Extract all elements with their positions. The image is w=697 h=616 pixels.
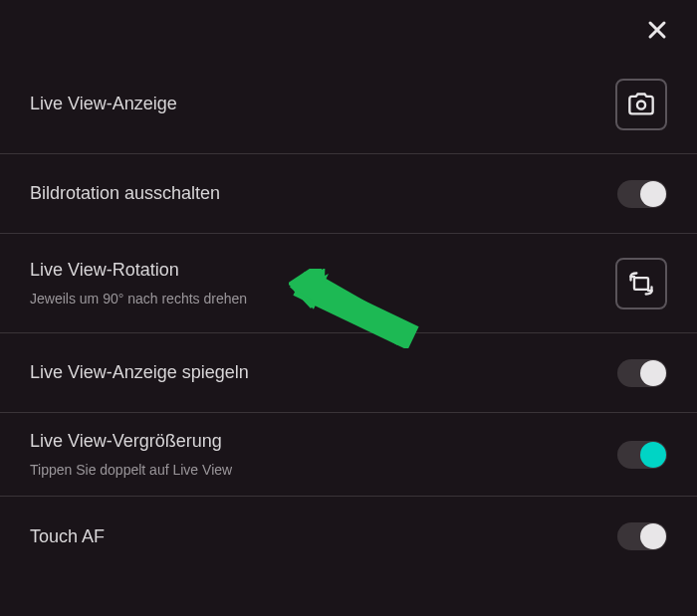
settings-list: Live View-Anzeige Bildrotation ausschalt… xyxy=(0,0,697,576)
touch-af-toggle[interactable] xyxy=(617,522,667,550)
settings-row-live-view-display[interactable]: Live View-Anzeige xyxy=(0,55,697,154)
row-subtitle: Jeweils um 90° nach rechts drehen xyxy=(30,291,247,307)
camera-icon xyxy=(627,91,655,118)
toggle-knob xyxy=(640,442,666,468)
live-view-rotation-button[interactable] xyxy=(615,258,667,309)
settings-row-image-rotation-off[interactable]: Bildrotation ausschalten xyxy=(0,154,697,234)
settings-row-touch-af[interactable]: Touch AF xyxy=(0,497,697,576)
toggle-knob xyxy=(640,523,666,549)
toggle-knob xyxy=(640,181,666,207)
row-text: Live View-Rotation Jeweils um 90° nach r… xyxy=(30,260,247,307)
svg-point-2 xyxy=(637,101,645,108)
row-text: Live View-Vergrößerung Tippen Sie doppel… xyxy=(30,431,232,478)
row-text: Live View-Anzeige spiegeln xyxy=(30,362,249,383)
close-icon xyxy=(645,18,669,42)
row-text: Bildrotation ausschalten xyxy=(30,183,220,204)
mirror-display-toggle[interactable] xyxy=(617,359,667,387)
settings-row-mirror-display[interactable]: Live View-Anzeige spiegeln xyxy=(0,333,697,413)
row-subtitle: Tippen Sie doppelt auf Live View xyxy=(30,462,232,478)
row-text: Live View-Anzeige xyxy=(30,94,177,114)
image-rotation-toggle[interactable] xyxy=(617,180,667,208)
live-view-zoom-toggle[interactable] xyxy=(617,441,667,469)
row-text: Touch AF xyxy=(30,526,105,547)
settings-row-live-view-rotation[interactable]: Live View-Rotation Jeweils um 90° nach r… xyxy=(0,234,697,333)
row-title: Bildrotation ausschalten xyxy=(30,183,220,204)
row-title: Live View-Anzeige xyxy=(30,94,177,114)
svg-rect-3 xyxy=(634,278,648,290)
toggle-knob xyxy=(640,360,666,386)
row-title: Live View-Anzeige spiegeln xyxy=(30,362,249,383)
row-title: Live View-Rotation xyxy=(30,260,247,281)
rotate-icon xyxy=(627,270,655,298)
settings-row-live-view-zoom[interactable]: Live View-Vergrößerung Tippen Sie doppel… xyxy=(0,413,697,497)
live-view-display-button[interactable] xyxy=(615,79,667,130)
row-title: Live View-Vergrößerung xyxy=(30,431,232,452)
close-button[interactable] xyxy=(642,15,672,45)
row-title: Touch AF xyxy=(30,526,105,547)
